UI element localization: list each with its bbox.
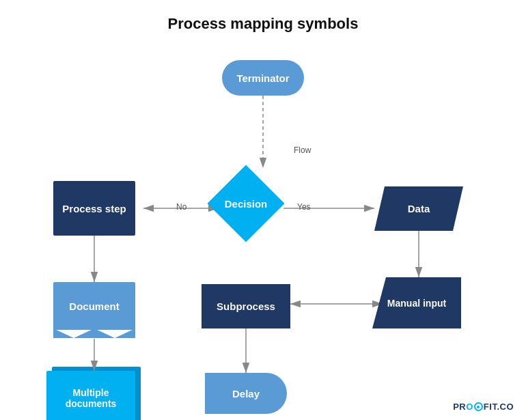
multi-doc-shape: Multiple documents bbox=[46, 371, 135, 420]
manual-input-label: Manual input bbox=[387, 298, 446, 309]
process-step-shape: Process step bbox=[53, 181, 135, 236]
yes-label: Yes bbox=[297, 202, 311, 212]
document-shape: Document bbox=[53, 282, 135, 330]
decision-label: Decision bbox=[208, 166, 283, 241]
data-label: Data bbox=[408, 203, 430, 214]
subprocess-label: Subprocess bbox=[217, 300, 275, 312]
diagram-area: Terminator Decision Process step Data Do… bbox=[0, 40, 526, 420]
delay-shape: Delay bbox=[205, 373, 287, 414]
decision-wrapper: Decision bbox=[208, 166, 283, 241]
logo: PROFIT.CO bbox=[453, 402, 514, 412]
multi-doc-label: Multiple documents bbox=[46, 387, 135, 409]
data-shape: Data bbox=[374, 186, 463, 231]
manual-input-shape: Manual input bbox=[372, 277, 461, 328]
page-title: Process mapping symbols bbox=[0, 0, 526, 33]
flow-label: Flow bbox=[294, 145, 311, 155]
terminator-shape: Terminator bbox=[222, 60, 304, 96]
document-label: Document bbox=[69, 300, 119, 312]
no-label: No bbox=[176, 202, 186, 212]
delay-label: Delay bbox=[232, 388, 260, 400]
subprocess-shape: Subprocess bbox=[202, 284, 290, 328]
process-step-label: Process step bbox=[62, 203, 126, 214]
terminator-label: Terminator bbox=[236, 72, 289, 84]
